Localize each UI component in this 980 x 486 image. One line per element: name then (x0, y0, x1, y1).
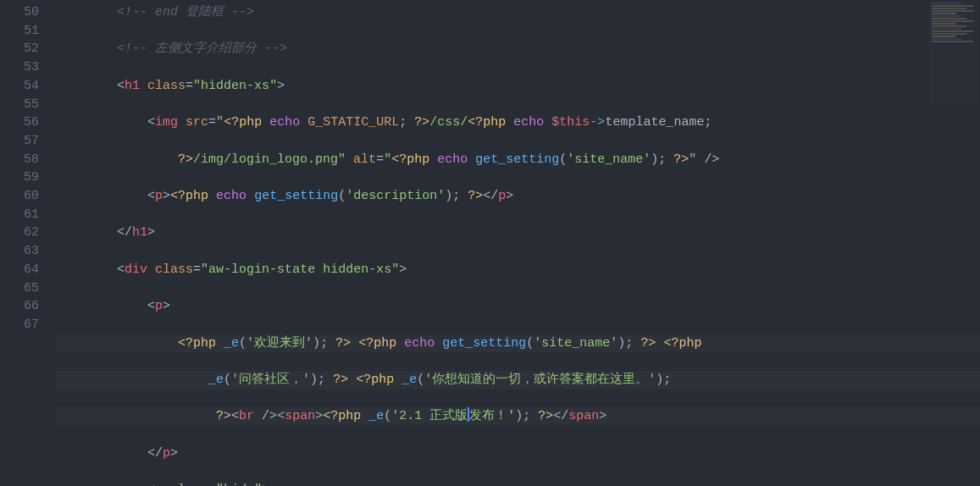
line-number: 50 (0, 3, 39, 22)
line-number: 55 (0, 96, 39, 114)
code-line[interactable]: <!-- 左侧文字介绍部分 --> (56, 40, 980, 58)
code-line[interactable]: <img src="<?php echo G_STATIC_URL; ?>/cs… (56, 113, 980, 132)
line-number: 64 (0, 261, 39, 279)
line-number: 57 (0, 132, 39, 151)
line-number: 66 (0, 297, 39, 316)
minimap[interactable] (929, 2, 978, 103)
line-number: 67 (0, 316, 39, 334)
code-line-active[interactable]: _e('问答社区，'); ?> <?php _e('你想知道的一切，或许答案都在… (56, 371, 980, 389)
code-line[interactable]: <p> (56, 297, 980, 316)
line-number: 58 (0, 151, 39, 169)
code-area[interactable]: <!-- end 登陆框 --> <!-- 左侧文字介绍部分 --> <h1 c… (51, 0, 980, 486)
code-line[interactable]: <p class="hide"> (56, 481, 980, 486)
line-number: 62 (0, 224, 39, 242)
line-number: 65 (0, 279, 39, 298)
code-line-active[interactable]: ?><br /><span><?php _e('2.1 正式版发布！'); ?>… (56, 407, 980, 426)
code-line[interactable]: <p><?php echo get_setting('description')… (56, 187, 980, 206)
line-number: 61 (0, 206, 39, 224)
line-number: 60 (0, 187, 39, 206)
code-line[interactable]: </p> (56, 445, 980, 463)
code-content[interactable]: <!-- end 登陆框 --> <!-- 左侧文字介绍部分 --> <h1 c… (56, 3, 980, 486)
line-number: 56 (0, 113, 39, 132)
code-line[interactable]: ?>/img/login_logo.png" alt="<?php echo g… (56, 151, 980, 169)
code-line[interactable]: </h1> (56, 224, 980, 242)
code-line[interactable]: <!-- end 登陆框 --> (56, 3, 980, 22)
code-line-active[interactable]: <?php _e('欢迎来到'); ?> <?php echo get_sett… (56, 334, 980, 353)
line-number: 63 (0, 242, 39, 261)
line-number-gutter: 50 51 52 53 54 55 56 57 58 59 60 61 62 6… (0, 0, 51, 486)
line-number: 54 (0, 77, 39, 96)
code-editor: 50 51 52 53 54 55 56 57 58 59 60 61 62 6… (0, 0, 980, 486)
line-number: 52 (0, 40, 39, 58)
code-line[interactable]: <div class="aw-login-state hidden-xs"> (56, 261, 980, 279)
line-number: 51 (0, 22, 39, 41)
line-number: 59 (0, 168, 39, 187)
code-line[interactable]: <h1 class="hidden-xs"> (56, 77, 980, 96)
line-number: 53 (0, 58, 39, 77)
